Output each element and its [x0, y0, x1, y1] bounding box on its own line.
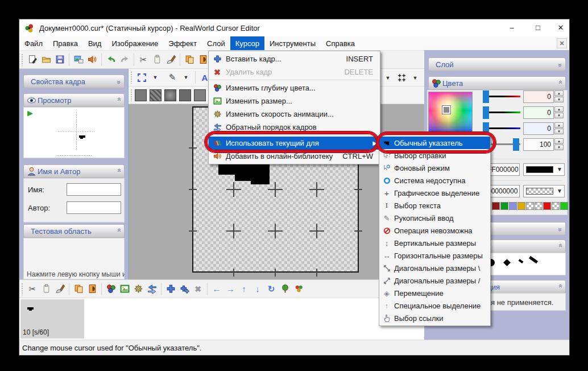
balls-icon[interactable] — [209, 81, 226, 95]
rotate-icon[interactable]: ↻ — [264, 282, 278, 296]
chevron-up-icon[interactable]: » — [556, 245, 564, 248]
paste-clipboard-icon[interactable] — [39, 282, 53, 296]
up-arrow-icon[interactable]: ↑ — [379, 299, 394, 312]
preview-area[interactable]: ▶ — [23, 107, 125, 158]
chevron-up-icon[interactable]: » — [556, 286, 564, 288]
toolbar-grip[interactable] — [21, 283, 23, 295]
green-value-input[interactable]: 0 — [523, 106, 554, 119]
cut-scissors-icon[interactable]: ✂ — [26, 282, 39, 296]
brush-preset[interactable] — [150, 89, 162, 101]
img-frame-icon[interactable] — [118, 282, 131, 296]
cut-scissors-icon[interactable]: ✂ — [136, 53, 150, 67]
submenu-item-handwriting[interactable]: ✎Рукописный ввод — [379, 212, 490, 224]
menu-item-change-color-depth[interactable]: Изменить глубину цвета... — [209, 81, 380, 94]
palette-swatch[interactable] — [560, 202, 568, 210]
submenu-item-horizontal-resize[interactable]: ↔Горизонтальные размеры — [379, 249, 490, 262]
palette-swatch[interactable] — [492, 202, 500, 210]
submenu-item-diagonal-resize-1[interactable]: Диагональные размеры \ — [379, 262, 490, 274]
alpha-value-input[interactable]: 100 — [523, 138, 554, 151]
primary-color-dropdown[interactable]: ▼ — [523, 163, 565, 176]
panel-layer-header[interactable]: Слой » — [428, 57, 566, 71]
menu-Инструменты[interactable]: Инструменты — [264, 36, 321, 50]
color-picker-marker[interactable] — [442, 106, 450, 114]
chevron-up-icon[interactable]: » — [115, 99, 123, 101]
chevron-up-icon[interactable]: » — [556, 82, 564, 84]
save-floppy-icon[interactable] — [53, 53, 67, 67]
hotspot-tool-icon[interactable] — [395, 71, 408, 85]
no-entry-icon[interactable] — [379, 224, 394, 237]
chevron-down-icon[interactable]: » — [556, 63, 564, 65]
submenu-item-precision-select[interactable]: +Графическое выделение — [379, 187, 490, 199]
busy-ring-icon[interactable] — [379, 174, 394, 187]
toolbar-grip[interactable] — [130, 89, 132, 101]
menu-Курсор[interactable]: Курсор — [230, 36, 264, 50]
menu-Правка[interactable]: Правка — [48, 36, 83, 50]
menu-Изображение[interactable]: Изображение — [106, 36, 163, 50]
arr-right-icon[interactable]: → — [223, 282, 237, 296]
plus-blue-icon[interactable] — [164, 282, 177, 296]
arr-left-icon[interactable]: ← — [210, 282, 223, 296]
submenu-item-link-select[interactable]: Выбор ссылки — [379, 312, 490, 324]
close-button[interactable]: ✕ — [548, 19, 574, 36]
alpha-slider-handle[interactable] — [513, 138, 519, 151]
dropdown-icon[interactable]: ▼ — [148, 71, 162, 84]
submenu-item-vertical-resize[interactable]: ↕Вертикальные размеры — [379, 237, 490, 249]
brush-preset[interactable] — [194, 89, 206, 101]
stamp-shape[interactable] — [503, 259, 511, 266]
chevron-down-icon[interactable]: » — [115, 80, 123, 83]
author-input[interactable] — [67, 201, 121, 214]
frame-thumbnail[interactable]: 10 [s/60] — [20, 299, 84, 339]
submenu-item-system-busy[interactable]: Система недоступна — [379, 174, 490, 187]
capture-image-icon[interactable] — [72, 53, 85, 67]
menu-Файл[interactable]: Файл — [19, 36, 48, 50]
menu-Слой[interactable]: Слой — [202, 36, 230, 50]
x-gray-icon[interactable]: ✖ — [191, 282, 205, 296]
swap-arrows-icon[interactable] — [145, 282, 159, 296]
undo-arrow-icon[interactable] — [104, 53, 118, 67]
submenu-item-alternate-select[interactable]: ↑Специальное выделение — [379, 299, 490, 312]
green-spinner[interactable]: ▲▼ — [554, 106, 564, 119]
dropdown-icon[interactable]: ▼ — [408, 71, 422, 85]
blue-value-input[interactable]: 0 — [523, 122, 554, 135]
bg-mode-icon[interactable] — [379, 161, 394, 175]
menu-item-insert-frame[interactable]: Вставить кадр...INSERT — [209, 52, 380, 65]
red-value-input[interactable]: 0 — [523, 90, 554, 103]
paste-clipboard-icon[interactable] — [150, 53, 164, 67]
balls-icon[interactable] — [104, 282, 118, 296]
plus2-blue-icon[interactable] — [177, 282, 191, 296]
gear-icon[interactable] — [131, 282, 145, 296]
precise-cross-icon[interactable]: + — [379, 186, 394, 200]
preview-resize-handle[interactable] — [57, 155, 92, 156]
x-red-icon[interactable]: ✖ — [209, 65, 226, 79]
secondary-color-dropdown[interactable]: ▼ — [523, 185, 565, 197]
copy-pages-icon[interactable] — [72, 282, 85, 296]
palette-swatch[interactable] — [535, 202, 543, 210]
img-frame-icon[interactable] — [209, 94, 226, 108]
alpha-spinner[interactable]: ▲▼ — [554, 138, 564, 151]
hand-point-icon[interactable] — [379, 311, 394, 325]
menu-item-delete-frame[interactable]: ✖Удалить кадрDELETE — [209, 65, 380, 79]
palette-swatch[interactable] — [517, 202, 525, 210]
chevron-down-icon[interactable]: » — [556, 228, 564, 230]
dropdown-icon[interactable]: ▼ — [179, 71, 193, 84]
copy-pages-icon[interactable] — [183, 53, 196, 67]
panel-frame-properties[interactable]: Свойства кадра » — [23, 75, 125, 88]
palette-swatch[interactable] — [500, 202, 508, 210]
chevron-up-icon[interactable]: » — [115, 230, 123, 232]
toolbar-grip[interactable] — [21, 53, 23, 66]
menu-item-change-size[interactable]: Изменить размер... — [209, 94, 380, 108]
d2-resize-icon[interactable] — [379, 274, 394, 287]
green-slider-track[interactable] — [486, 112, 520, 113]
format-brush-icon[interactable] — [164, 53, 177, 67]
blue-slider-track[interactable] — [486, 127, 520, 129]
menu-Эффект[interactable]: Эффект — [163, 36, 202, 50]
pencil-tool-icon[interactable]: ✎ — [165, 71, 179, 84]
new-document-icon[interactable] — [26, 53, 39, 67]
chevron-up-icon[interactable]: » — [115, 170, 123, 172]
palette-swatch[interactable] — [543, 202, 551, 210]
submenu-item-diagonal-resize-2[interactable]: Диагональные размеры / — [379, 274, 490, 287]
toolbar-grip[interactable] — [130, 71, 132, 84]
red-spinner[interactable]: ▲▼ — [554, 90, 564, 103]
name-input[interactable] — [67, 183, 121, 196]
panel-preview-header[interactable]: Просмотр » — [23, 93, 125, 107]
